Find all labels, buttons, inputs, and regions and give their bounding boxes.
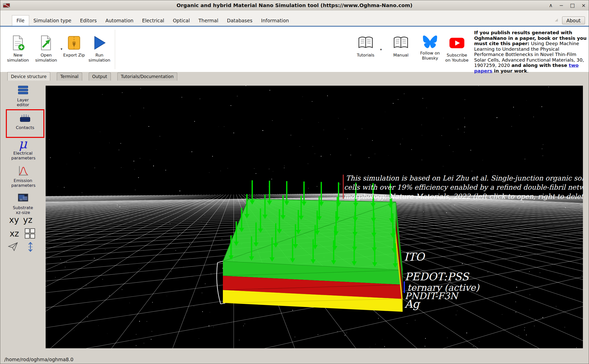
view-tabs: Device structure Terminal Output Tutoria… (0, 72, 589, 81)
menu-thermal[interactable]: Thermal (194, 15, 223, 26)
simulation-note-line[interactable]: cells with over 19% efficiency enabled b… (344, 183, 583, 191)
window-controls: ∧ − □ × (548, 0, 587, 10)
electrical-parameters-label: Electrical parameters (11, 151, 35, 160)
tab-terminal[interactable]: Terminal (57, 72, 82, 81)
statusbar: /home/rod/oghma/oghma8.0 (0, 355, 589, 364)
menu-information[interactable]: Information (257, 15, 293, 26)
toolbar-overflow-icon: ◢ (555, 17, 558, 22)
shade-window-button[interactable]: ∧ (548, 2, 554, 8)
menu-automation[interactable]: Automation (101, 15, 138, 26)
fit-height-icon[interactable] (25, 241, 36, 252)
3d-scene (46, 86, 583, 348)
layer-editor-label: Layer editor (11, 98, 35, 107)
bluesky-label: Follow on Bluesky (418, 51, 442, 61)
menu-electrical[interactable]: Electrical (138, 15, 168, 26)
simulation-note-line[interactable]: This simulation is based on Lei Zhu et a… (346, 174, 583, 182)
sidebar-item-layer-editor[interactable]: Layer editor (0, 84, 46, 107)
simulation-note-line[interactable]: morphology, Nature Materials, 2022 (left… (344, 192, 583, 200)
view-buttons-row-1: xy yz (9, 216, 32, 224)
zip-archive-icon (66, 35, 82, 51)
status-path: /home/rod/oghma/oghma8.0 (4, 357, 74, 362)
menu-databases[interactable]: Databases (223, 15, 257, 26)
sidebar-item-emission-parameters[interactable]: Emission parameters (0, 164, 46, 188)
youtube-icon (449, 35, 465, 51)
3d-device-viewport[interactable]: This simulation is based on Lei Zhu et a… (46, 86, 583, 348)
layer-edge-outline (217, 263, 221, 304)
open-book-icon (358, 35, 374, 51)
app-window: Organic and hybrid Material Nano Simulat… (0, 0, 589, 364)
open-document-icon (38, 35, 54, 51)
view-xz-button[interactable]: xz (10, 229, 19, 238)
bluesky-button[interactable]: Follow on Bluesky (417, 35, 443, 61)
tutorials-button[interactable]: Tutorials (353, 35, 378, 58)
youtube-button[interactable]: Subscribe on Youtube (444, 35, 470, 63)
layer-label-ito: ITO (404, 250, 424, 263)
toolbar-separator (115, 30, 115, 69)
ribbon-toolbar: New simulation Open simulation ▾ Export … (0, 27, 589, 72)
run-simulation-button[interactable]: Run simulation (87, 35, 112, 63)
run-simulation-label: Run simulation (88, 53, 111, 63)
menu-file[interactable]: File (12, 15, 29, 26)
contacts-highlight-box: Contacts (6, 109, 44, 138)
contacts-label: Contacts (13, 125, 37, 130)
new-document-icon (10, 35, 26, 51)
layer-editor-icon (16, 84, 30, 96)
close-button[interactable]: × (580, 2, 587, 8)
about-button[interactable]: About (562, 16, 585, 24)
minimize-button[interactable]: − (558, 2, 565, 8)
paper-plane-icon[interactable] (7, 241, 19, 252)
play-icon (91, 35, 108, 51)
new-simulation-button[interactable]: New simulation (5, 35, 31, 63)
export-zip-button[interactable]: Export Zip (61, 35, 87, 58)
menu-simulation-type[interactable]: Simulation type (29, 15, 76, 26)
menubar: File Simulation type Editors Automation … (0, 10, 589, 27)
four-views-grid-icon[interactable] (24, 228, 36, 239)
contacts-icon (19, 113, 32, 124)
tutorials-dropdown-caret-icon[interactable]: ▾ (380, 47, 382, 51)
sidebar-item-contacts[interactable]: Contacts (7, 110, 43, 130)
export-zip-label: Export Zip (62, 53, 86, 58)
titlebar: Organic and hybrid Material Nano Simulat… (0, 0, 589, 10)
maximize-button[interactable]: □ (569, 2, 576, 8)
view-tools-row (7, 241, 36, 252)
emission-parameters-label: Emission parameters (11, 178, 35, 188)
window-title: Organic and hybrid Material Nano Simulat… (0, 2, 589, 8)
menu-editors[interactable]: Editors (76, 15, 101, 26)
citation-bold-2: and along with these (511, 63, 569, 68)
manual-book-icon (393, 35, 409, 51)
substrate-thumbnail-icon (16, 191, 30, 204)
manual-label: Manual (389, 53, 413, 58)
bluesky-butterfly-icon (422, 35, 438, 49)
mobility-mu-icon: μ (19, 138, 27, 150)
youtube-label: Subscribe on Youtube (445, 53, 469, 63)
tab-device-structure[interactable]: Device structure (7, 72, 50, 81)
sidebar-item-electrical-parameters[interactable]: μ Electrical parameters (0, 138, 46, 160)
device-structure-sidebar: Layer editor Contacts μ Electrical param… (0, 81, 46, 355)
view-yz-button[interactable]: yz (23, 216, 32, 224)
substrate-xz-size-label: Substrate xz-size (11, 205, 35, 215)
citation-text: If you publish results generated with Og… (474, 30, 587, 74)
view-buttons-row-2: xz (10, 228, 36, 239)
tab-output[interactable]: Output (89, 72, 111, 81)
open-simulation-label: Open simulation (34, 53, 58, 63)
layer-label-pedot-pss: PEDOT:PSS (405, 270, 469, 283)
view-xy-button[interactable]: xy (9, 216, 19, 224)
sidebar-item-substrate-xz-size[interactable]: Substrate xz-size (0, 191, 46, 215)
tutorials-label: Tutorials (354, 53, 377, 58)
tab-tutorials-documentation[interactable]: Tutorials/Documentation (117, 72, 177, 81)
manual-button[interactable]: Manual (388, 35, 414, 58)
emission-spectrum-icon (16, 164, 30, 177)
menu-optical[interactable]: Optical (169, 15, 194, 26)
layer-label-ag: Ag (405, 298, 420, 310)
open-simulation-button[interactable]: Open simulation (33, 35, 59, 63)
note-cursor-mark (343, 175, 344, 199)
new-simulation-label: New simulation (6, 53, 30, 63)
